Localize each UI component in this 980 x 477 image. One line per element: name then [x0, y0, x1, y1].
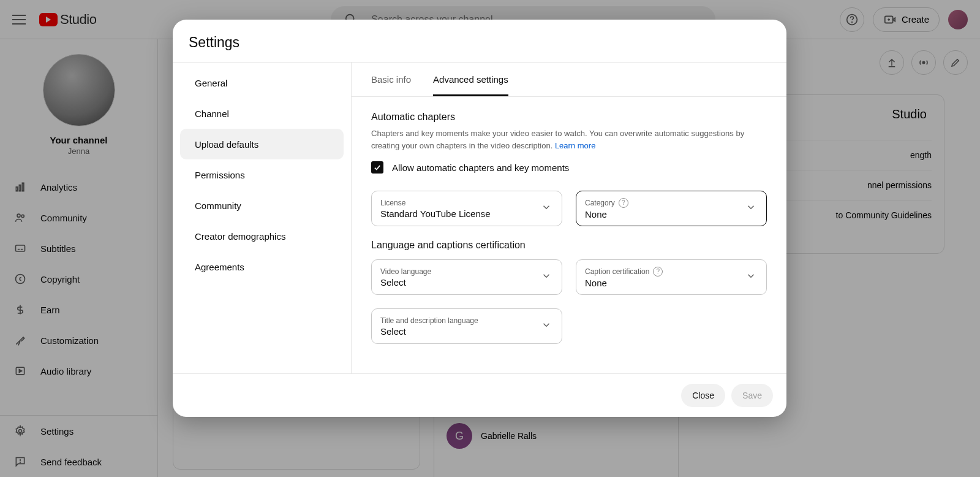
save-button[interactable]: Save [731, 384, 773, 407]
category-select[interactable]: Category? None [576, 191, 767, 226]
automatic-chapters-description: Chapters and key moments make your video… [371, 128, 767, 151]
allow-chapters-row[interactable]: Allow automatic chapters and key moments [371, 161, 767, 174]
license-value: Standard YouTube License [380, 208, 553, 219]
caption-certification-select[interactable]: Caption certification? None [576, 259, 767, 295]
caption-certification-label: Caption certification? [585, 267, 758, 277]
chevron-down-icon [541, 319, 552, 333]
help-icon[interactable]: ? [653, 267, 663, 277]
license-select[interactable]: License Standard YouTube License [371, 191, 562, 226]
title-description-language-select[interactable]: Title and description language Select [371, 308, 562, 344]
modal-content: Basic info Advanced settings Automatic c… [352, 63, 786, 373]
help-icon[interactable]: ? [619, 198, 628, 208]
modal-footer: Close Save [173, 374, 786, 417]
license-label: License [380, 199, 553, 207]
learn-more-link[interactable]: Learn more [555, 141, 595, 150]
tab-advanced-settings[interactable]: Advanced settings [433, 74, 508, 96]
advanced-settings-panel: Automatic chapters Chapters and key mome… [352, 97, 786, 364]
modal-sidebar-creator-demographics[interactable]: Creator demographics [180, 221, 344, 251]
check-icon [373, 163, 382, 172]
category-label: Category? [585, 198, 758, 208]
chevron-down-icon [541, 270, 552, 284]
allow-chapters-checkbox[interactable] [371, 161, 383, 174]
allow-chapters-label: Allow automatic chapters and key moments [392, 162, 569, 173]
tabs: Basic info Advanced settings [352, 63, 786, 97]
title-description-language-value: Select [380, 326, 553, 337]
modal-sidebar: General Channel Upload defaults Permissi… [173, 63, 352, 373]
chevron-down-icon [541, 202, 552, 215]
modal-sidebar-upload-defaults[interactable]: Upload defaults [180, 129, 344, 159]
video-language-value: Select [380, 277, 553, 288]
chevron-down-icon [745, 202, 756, 215]
modal-sidebar-agreements[interactable]: Agreements [180, 251, 344, 282]
chevron-down-icon [745, 270, 756, 284]
video-language-select[interactable]: Video language Select [371, 259, 562, 295]
close-button[interactable]: Close [681, 384, 725, 407]
settings-modal: Settings General Channel Upload defaults… [173, 20, 786, 417]
language-section-heading: Language and captions certification [371, 240, 767, 251]
video-language-label: Video language [380, 267, 553, 276]
modal-title: Settings [173, 20, 786, 62]
caption-certification-value: None [585, 278, 758, 288]
modal-sidebar-general[interactable]: General [180, 67, 344, 98]
tab-basic-info[interactable]: Basic info [371, 74, 411, 96]
modal-sidebar-community[interactable]: Community [180, 190, 344, 221]
license-category-row: License Standard YouTube License Categor… [371, 191, 767, 226]
automatic-chapters-heading: Automatic chapters [371, 112, 767, 123]
category-value: None [585, 209, 758, 219]
title-lang-row: Title and description language Select [371, 308, 767, 344]
title-description-language-label: Title and description language [380, 316, 553, 325]
modal-sidebar-channel[interactable]: Channel [180, 98, 344, 129]
modal-body: General Channel Upload defaults Permissi… [173, 62, 786, 374]
modal-sidebar-permissions[interactable]: Permissions [180, 159, 344, 190]
language-row: Video language Select Caption certificat… [371, 259, 767, 295]
